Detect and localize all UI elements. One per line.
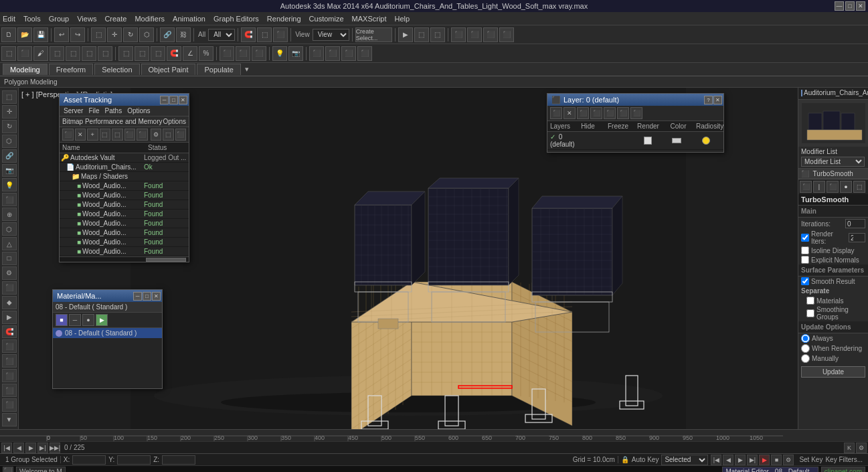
asset-close-btn[interactable]: ✕ xyxy=(179,96,187,104)
tl-prev-btn[interactable]: ◀ xyxy=(13,443,24,453)
material-item-default[interactable]: 08 - Default ( Standard ) xyxy=(53,328,162,338)
mt-btn3[interactable]: ● xyxy=(82,314,94,326)
tl-play-btn[interactable]: ▶ xyxy=(25,443,36,453)
tl-opts-btn[interactable]: ⚙ xyxy=(856,443,867,453)
menu-group[interactable]: Group xyxy=(49,15,70,23)
view-select[interactable]: View xyxy=(313,29,349,41)
tb-render2[interactable]: ⬛ xyxy=(467,27,482,42)
tb2-schematic[interactable]: ⬛ xyxy=(341,46,356,61)
asset-maximize-btn[interactable]: □ xyxy=(169,96,178,104)
tb2-mat[interactable]: ⬛ xyxy=(357,46,372,61)
tb-save[interactable]: 💾 xyxy=(33,27,48,42)
menu-rendering[interactable]: Rendering xyxy=(267,15,301,23)
tb2-pct[interactable]: % xyxy=(199,46,213,61)
maximize-button[interactable]: □ xyxy=(845,1,855,11)
tl-key-btn[interactable]: K xyxy=(844,443,855,453)
tb-new[interactable]: 🗋 xyxy=(1,27,16,42)
tb2-mirror[interactable]: ⬚ xyxy=(118,46,133,61)
menu-modifiers[interactable]: Modifiers xyxy=(135,15,165,23)
tb-render3[interactable]: ⬛ xyxy=(483,27,498,42)
menu-help[interactable]: Help xyxy=(395,15,410,23)
mat-maximize-btn[interactable]: □ xyxy=(143,292,151,301)
rp-icon3[interactable]: ⬛ xyxy=(827,181,839,193)
at-btn8[interactable]: ⚙ xyxy=(151,129,162,141)
material-editor-taskbar[interactable]: Material Editor - 08 - Default... xyxy=(722,467,818,473)
tb2-region[interactable]: ⬛ xyxy=(17,46,32,61)
iterations-input[interactable] xyxy=(845,219,865,228)
lp-cam[interactable]: 📷 xyxy=(2,164,17,177)
key-next-btn[interactable]: ▶ xyxy=(735,455,746,465)
tb-anim2[interactable]: ⬚ xyxy=(430,27,445,42)
lt-btn3[interactable]: ⬛ xyxy=(577,107,589,119)
mt-btn1[interactable]: ■ xyxy=(56,314,68,326)
lp-r2[interactable]: ⬛ xyxy=(2,354,17,368)
at-btn7[interactable]: ⬛ xyxy=(137,129,148,141)
lt-btn5[interactable]: ⬛ xyxy=(604,107,616,119)
tb2-snap[interactable]: ⬚ xyxy=(151,46,165,61)
lp-systems[interactable]: ⬛ xyxy=(2,281,17,295)
autokey-select[interactable]: Selected xyxy=(661,455,708,465)
tb2-snap2[interactable]: 🧲 xyxy=(167,46,181,61)
tb-move[interactable]: ✛ xyxy=(107,27,122,42)
tb-align[interactable]: ⬛ xyxy=(273,27,288,42)
key-end-btn[interactable]: ▶| xyxy=(747,455,758,465)
tb-mirror[interactable]: ⬚ xyxy=(257,27,272,42)
at-btn9[interactable]: ⬚ xyxy=(163,129,174,141)
tab-populate[interactable]: Populate xyxy=(197,64,240,75)
tb2-array[interactable]: ⬚ xyxy=(135,46,149,61)
smooth-result-checkbox[interactable] xyxy=(801,277,809,285)
tb2-light[interactable]: 💡 xyxy=(272,46,287,61)
lp-r1[interactable]: ⬛ xyxy=(2,339,17,353)
tb2-scene[interactable]: ⬛ xyxy=(252,46,266,61)
lp-shapes[interactable]: △ xyxy=(2,237,17,250)
at-btn6[interactable]: ⬛ xyxy=(124,129,136,141)
key-play-btn[interactable]: ▶ xyxy=(759,455,770,465)
tb-rotate[interactable]: ↻ xyxy=(123,27,138,42)
tab-freeform[interactable]: Freeform xyxy=(49,64,94,75)
minimize-button[interactable]: — xyxy=(835,1,844,11)
mt-btn4[interactable]: ▶ xyxy=(96,314,108,326)
tab-selection[interactable]: Selection xyxy=(94,64,139,75)
taskbar-icon[interactable]: ⬛ xyxy=(3,467,13,473)
asset-menu-options[interactable]: Options xyxy=(127,107,150,114)
lp-sys[interactable]: ⚙ xyxy=(2,266,17,280)
at-btn3[interactable]: + xyxy=(87,129,98,141)
tb2-track[interactable]: ⬛ xyxy=(309,46,324,61)
asset-menu-server[interactable]: Server xyxy=(64,107,83,114)
tb2-layer[interactable]: ⬛ xyxy=(220,46,234,61)
lp-space[interactable]: ⊕ xyxy=(2,208,17,221)
tb-render[interactable]: ⬛ xyxy=(451,27,466,42)
layer-close-btn[interactable]: ✕ xyxy=(713,96,722,104)
lp-link[interactable]: 🔗 xyxy=(2,149,17,163)
lt-btn2[interactable]: ✕ xyxy=(563,107,576,119)
menu-tools[interactable]: Tools xyxy=(23,15,41,23)
tb-undo[interactable]: ↩ xyxy=(54,27,69,42)
tb2-6[interactable]: ⬚ xyxy=(98,46,112,61)
menu-customize[interactable]: Customize xyxy=(309,15,344,23)
color-swatch[interactable] xyxy=(672,138,681,143)
tb2-4[interactable]: ⬚ xyxy=(66,46,80,61)
at-btn10[interactable]: ⬛ xyxy=(175,129,187,141)
layer-question-btn[interactable]: ? xyxy=(704,96,713,104)
asset-menu-file[interactable]: File xyxy=(88,107,99,114)
asset-item-wood5[interactable]: ■ Wood_Audio... Found xyxy=(60,219,189,228)
asset-item-maps[interactable]: 📁 Maps / Shaders xyxy=(60,172,189,181)
menu-maxscript[interactable]: MAXScript xyxy=(352,15,387,23)
tab-object-paint[interactable]: Object Paint xyxy=(141,64,196,75)
asset-item-wood4[interactable]: ■ Wood_Audio... Found xyxy=(60,210,189,219)
tb2-prop[interactable]: ⬛ xyxy=(236,46,250,61)
lp-move[interactable]: ✛ xyxy=(2,105,17,119)
close-button[interactable]: ✕ xyxy=(856,1,865,11)
asset-item-wood7[interactable]: ■ Wood_Audio... Found xyxy=(60,238,189,247)
rp-icon4[interactable]: ● xyxy=(840,181,852,193)
layer-item-default[interactable]: ✓ 0 (default) xyxy=(547,132,723,150)
asset-item-wood6[interactable]: ■ Wood_Audio... Found xyxy=(60,228,189,238)
tb2-curve[interactable]: ⬛ xyxy=(325,46,340,61)
clipanet-label[interactable]: clipanet.com xyxy=(821,467,865,473)
modifier-list-select[interactable]: Modifier List xyxy=(801,157,865,167)
render-iters-checkbox[interactable] xyxy=(801,234,809,242)
tb2-cam[interactable]: 📷 xyxy=(288,46,303,61)
tl-next-btn[interactable]: ▶| xyxy=(37,443,48,453)
render-iters-input[interactable] xyxy=(849,233,865,242)
tb-open[interactable]: 📂 xyxy=(17,27,32,42)
